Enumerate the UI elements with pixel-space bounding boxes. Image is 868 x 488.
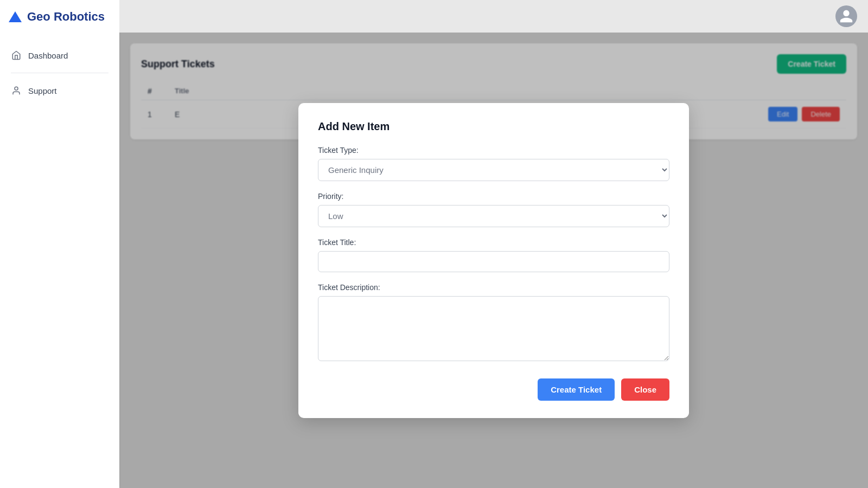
modal-title: Add New Item — [318, 120, 669, 133]
sidebar-item-support[interactable]: Support — [0, 80, 119, 101]
ticket-title-label: Ticket Title: — [318, 238, 669, 247]
sidebar-logo: Geo Robotics — [0, 0, 119, 34]
home-icon — [11, 50, 22, 61]
svg-point-0 — [15, 87, 18, 90]
priority-label: Priority: — [318, 192, 669, 201]
ticket-type-label: Ticket Type: — [318, 146, 669, 155]
ticket-title-group: Ticket Title: — [318, 238, 669, 272]
avatar[interactable] — [835, 5, 857, 27]
modal-close-button[interactable]: Close — [621, 378, 669, 401]
sidebar-item-dashboard[interactable]: Dashboard — [0, 44, 119, 66]
modal-overlay: Add New Item Ticket Type: Generic Inquir… — [119, 33, 868, 488]
sidebar-item-support-label: Support — [28, 86, 57, 95]
header — [119, 0, 868, 33]
priority-group: Priority: Low Medium High Critical — [318, 192, 669, 227]
add-new-item-modal: Add New Item Ticket Type: Generic Inquir… — [298, 103, 689, 418]
sidebar-item-dashboard-label: Dashboard — [28, 51, 68, 60]
modal-footer: Create Ticket Close — [318, 378, 669, 401]
main-content: Support Tickets Create Ticket # Title 1 … — [119, 0, 868, 488]
ticket-description-label: Ticket Description: — [318, 283, 669, 292]
ticket-title-input[interactable] — [318, 251, 669, 272]
ticket-type-select[interactable]: Generic Inquiry Bug Report Feature Reque… — [318, 159, 669, 181]
sidebar-nav: Dashboard Support — [0, 34, 119, 112]
ticket-description-group: Ticket Description: — [318, 283, 669, 363]
logo-triangle-icon — [9, 11, 22, 22]
sidebar-divider — [11, 73, 108, 73]
ticket-type-group: Ticket Type: Generic Inquiry Bug Report … — [318, 146, 669, 181]
user-icon — [11, 85, 22, 96]
ticket-description-textarea[interactable] — [318, 296, 669, 361]
page-area: Support Tickets Create Ticket # Title 1 … — [119, 33, 868, 488]
brand-name: Geo Robotics — [27, 10, 105, 24]
modal-create-ticket-button[interactable]: Create Ticket — [538, 378, 615, 401]
priority-select[interactable]: Low Medium High Critical — [318, 205, 669, 227]
sidebar: Geo Robotics Dashboard Support — [0, 0, 119, 488]
